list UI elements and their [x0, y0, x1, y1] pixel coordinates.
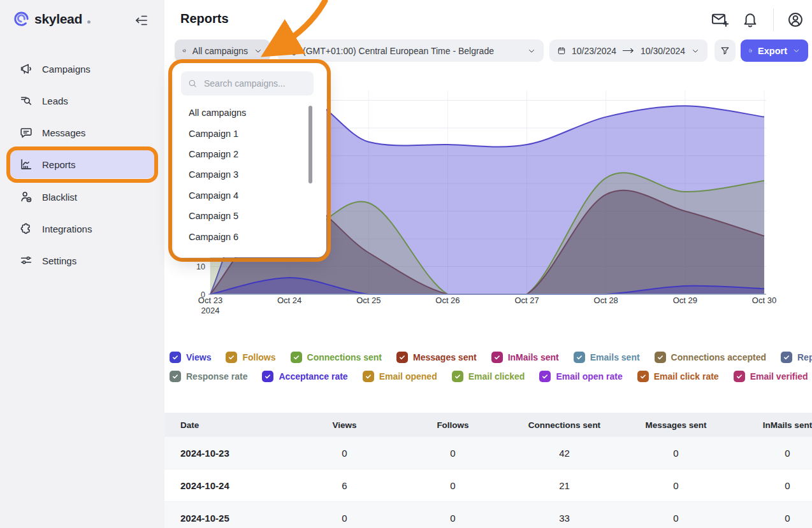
chart-legend-row-1: ViewsFollowsConnections sentMessages sen…	[170, 352, 812, 363]
value-cell: 0	[732, 513, 812, 524]
table-body: 2024-10-230042002024-10-246021002024-10-…	[164, 437, 812, 528]
dropdown-scrollbar-thumb[interactable]	[308, 106, 312, 183]
legend-toggle-connections-accepted[interactable]: Connections accepted	[655, 352, 766, 363]
value-cell: 0	[620, 448, 732, 459]
message-bubble-icon	[19, 125, 33, 139]
sidebar-header: skylead	[0, 0, 164, 39]
sidebar-item-leads[interactable]: Leads	[10, 87, 154, 115]
app-window: skylead CampaignsLeadsMessagesReportsBla…	[0, 0, 812, 528]
legend-toggle-acceptance-rate[interactable]: Acceptance rate	[262, 371, 347, 382]
campaign-option-5[interactable]: Campaign 5	[173, 206, 319, 226]
svg-text:Oct 27: Oct 27	[514, 296, 539, 305]
legend-toggle-emails-sent[interactable]: Emails sent	[574, 352, 640, 363]
legend-toggle-response-rate[interactable]: Response rate	[170, 371, 247, 382]
legend-toggle-email-click-rate[interactable]: Email click rate	[637, 371, 719, 382]
date-cell: 2024-10-25	[164, 513, 292, 524]
check-icon	[171, 353, 179, 361]
campaign-option-6[interactable]: Campaign 6	[173, 226, 319, 246]
sidebar-item-integrations[interactable]: Integrations	[10, 215, 154, 243]
table-row-2024-10-23: 2024-10-23004200	[164, 437, 812, 469]
svg-text:Oct 28: Oct 28	[594, 296, 618, 305]
svg-text:Oct 29: Oct 29	[673, 296, 697, 305]
campaign-option-3[interactable]: Campaign 3	[173, 164, 319, 185]
legend-checkbox	[655, 352, 666, 363]
sidebar-item-label: Campaigns	[42, 64, 91, 75]
campaign-option-1[interactable]: Campaign 1	[173, 123, 319, 143]
chevron-down-icon	[527, 46, 536, 55]
campaign-filter-button[interactable]: All campaigns	[175, 39, 270, 62]
notifications-button[interactable]	[741, 11, 759, 29]
legend-toggle-connections-sent[interactable]: Connections sent	[291, 352, 382, 363]
legend-toggle-views[interactable]: Views	[170, 352, 211, 363]
sidebar-item-settings[interactable]: Settings	[10, 246, 154, 275]
svg-text:10: 10	[196, 262, 205, 271]
logo-text: skylead	[34, 11, 82, 27]
account-button[interactable]	[787, 11, 804, 29]
campaign-filter-label: All campaigns	[192, 46, 248, 56]
user-avatar-icon	[787, 11, 804, 29]
legend-toggle-email-opened[interactable]: Email opened	[363, 371, 437, 382]
chart-legend-row-2: Response rateAcceptance rateEmail opened…	[170, 371, 812, 382]
sliders-icon	[19, 253, 33, 268]
check-icon	[228, 353, 235, 361]
column-header-views: Views	[292, 420, 397, 430]
svg-text:Oct 24: Oct 24	[277, 296, 301, 305]
value-cell: 42	[509, 448, 620, 459]
sidebar-item-label: Blacklist	[42, 192, 77, 203]
sidebar-item-campaigns[interactable]: Campaigns	[10, 55, 154, 83]
timezone-select[interactable]: (GMT+01:00) Central European Time - Belg…	[278, 39, 544, 62]
value-cell: 0	[292, 513, 397, 524]
mail-plus-icon	[711, 11, 729, 29]
search-campaigns-input[interactable]	[203, 78, 307, 89]
value-cell: 21	[509, 480, 620, 491]
campaign-option-0[interactable]: All campaigns	[173, 103, 319, 123]
mail-plus-button[interactable]	[711, 11, 729, 29]
legend-checkbox	[396, 352, 408, 363]
sidebar-item-blacklist[interactable]: Blacklist	[10, 183, 154, 211]
blacklist-user-icon	[19, 190, 33, 204]
legend-toggle-inmails-sent[interactable]: InMails sent	[491, 352, 559, 363]
check-icon	[454, 373, 461, 380]
legend-checkbox	[491, 352, 503, 363]
legend-checkbox	[637, 371, 649, 382]
logo-dot	[87, 20, 91, 24]
check-icon	[541, 373, 549, 380]
skylead-logo: skylead	[13, 10, 91, 27]
campaign-dropdown: All campaignsCampaign 1Campaign 2Campaig…	[173, 64, 326, 257]
header-divider	[773, 8, 774, 31]
campaign-option-2[interactable]: Campaign 2	[173, 144, 319, 164]
table-row-2024-10-24: 2024-10-24602100	[164, 469, 812, 502]
svg-text:Oct 30: Oct 30	[752, 296, 776, 305]
check-icon	[656, 353, 664, 361]
legend-checkbox	[734, 371, 745, 382]
campaign-search-box	[181, 71, 314, 96]
legend-checkbox	[574, 352, 585, 363]
legend-toggle-email-verified[interactable]: Email verified	[734, 371, 808, 382]
sidebar-item-label: Integrations	[42, 224, 92, 234]
date-range-picker[interactable]: 10/23/2024 10/30/2024	[549, 39, 707, 62]
value-cell: 0	[397, 448, 509, 459]
column-header-follows: Follows	[397, 420, 509, 430]
column-header-inmails-sent: InMails sent	[732, 420, 812, 430]
campaign-option-4[interactable]: Campaign 4	[173, 185, 319, 206]
sidebar-item-label: Settings	[42, 255, 76, 266]
legend-toggle-replies-received[interactable]: Replies received	[781, 352, 812, 363]
legend-toggle-follows[interactable]: Follows	[226, 352, 275, 363]
export-button[interactable]: Export	[741, 39, 808, 62]
value-cell: 33	[509, 513, 620, 524]
legend-toggle-email-open-rate[interactable]: Email open rate	[539, 371, 622, 382]
date-cell: 2024-10-24	[164, 480, 292, 491]
sidebar-item-messages[interactable]: Messages	[10, 118, 154, 146]
filter-button[interactable]	[714, 39, 736, 62]
collapse-sidebar-button[interactable]	[134, 12, 150, 29]
campaign-dropdown-list: All campaignsCampaign 1Campaign 2Campaig…	[173, 103, 319, 247]
value-cell: 0	[292, 448, 397, 459]
legend-toggle-messages-sent[interactable]: Messages sent	[396, 352, 477, 363]
value-cell: 0	[620, 513, 732, 524]
metrics-table: DateViewsFollowsConnections sentMessages…	[164, 413, 812, 528]
date-range-start: 10/23/2024	[572, 46, 616, 56]
chevron-down-icon	[254, 46, 263, 55]
check-icon	[264, 373, 272, 380]
legend-toggle-email-clicked[interactable]: Email clicked	[452, 371, 525, 382]
legend-checkbox	[226, 352, 237, 363]
